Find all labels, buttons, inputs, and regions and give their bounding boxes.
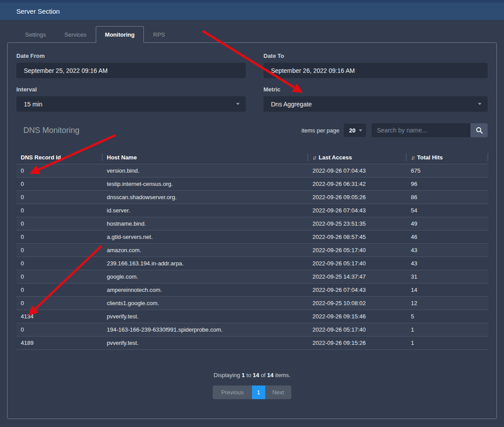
portlet-controls: items per page 20: [301, 123, 488, 137]
table-row: 0 amazon.com. 2022-09-26 05:17:40 43: [16, 243, 488, 257]
cell-dns-record-id: 0: [16, 191, 102, 204]
cell-dns-record-id: 4189: [16, 336, 102, 349]
cell-host-name: google.com.: [102, 270, 308, 283]
cell-last-access: 2022-09-26 09:15:26: [308, 336, 406, 349]
caret-down-icon: [236, 103, 240, 105]
cell-dns-record-id: 0: [16, 204, 102, 217]
cell-total-hits: 46: [406, 231, 488, 243]
search-icon: [475, 126, 483, 134]
cell-last-access: 2022-09-25 23:51:35: [308, 217, 406, 230]
cell-dns-record-id: 0: [16, 178, 102, 190]
cell-total-hits: 675: [406, 164, 488, 177]
cell-total-hits: 43: [406, 257, 488, 270]
cell-last-access: 2022-09-26 09:15:46: [308, 310, 406, 323]
tab-settings[interactable]: Settings: [16, 26, 55, 43]
interval-select[interactable]: 15 min: [16, 96, 246, 112]
cell-total-hits: 12: [406, 297, 488, 310]
cell-last-access: 2022-09-26 07:04:43: [308, 283, 406, 296]
date-to-field-group: Date To September 26, 2022 09:16 AM: [263, 53, 488, 78]
table-row: 0 id.server. 2022-09-26 07:04:43 54: [16, 204, 488, 217]
date-from-label: Date From: [16, 53, 246, 59]
cell-last-access: 2022-09-26 08:57:45: [308, 231, 406, 243]
table-row: 4134 pvverify.test. 2022-09-26 09:15:46 …: [16, 310, 488, 323]
cell-host-name: ampereinnotech.com.: [102, 283, 308, 296]
cell-host-name: 239.166.163.194.in-addr.arpa.: [102, 257, 308, 270]
interval-field-group: Interval 15 min: [16, 86, 246, 112]
cell-dns-record-id: 0: [16, 257, 102, 270]
date-from-field-group: Date From September 25, 2022 09:16 AM: [16, 53, 246, 78]
tab-rps[interactable]: RPS: [144, 26, 174, 43]
table-header-row: DNS Record Id Host Name ↓↑ Last Access ↓…: [16, 151, 488, 164]
table-row: 0 clients1.google.com. 2022-09-25 10:08:…: [16, 296, 488, 310]
monitoring-panel: Date From September 25, 2022 09:16 AM Da…: [7, 42, 497, 419]
cell-total-hits: 5: [406, 310, 488, 323]
cell-last-access: 2022-09-25 14:37:47: [308, 270, 406, 283]
sort-icon: ↓↑: [411, 154, 414, 161]
interval-label: Interval: [16, 86, 246, 93]
filters-form: Date From September 25, 2022 09:16 AM Da…: [16, 53, 488, 112]
caret-down-icon: [359, 129, 362, 132]
search-button[interactable]: [470, 123, 488, 137]
table-row: 0 testip.internet-census.org. 2022-09-26…: [16, 177, 488, 190]
column-header-last-access[interactable]: ↓↑ Last Access: [308, 151, 406, 164]
table-row: 0 version.bind. 2022-09-26 07:04:43 675: [16, 164, 488, 177]
items-per-page-value: 20: [349, 127, 355, 134]
cell-total-hits: 49: [406, 217, 488, 230]
page-1-button[interactable]: 1: [252, 385, 265, 399]
date-to-input[interactable]: September 26, 2022 09:16 AM: [263, 63, 488, 78]
cell-host-name: testip.internet-census.org.: [102, 178, 308, 190]
cell-host-name: a.gtld-servers.net.: [102, 231, 308, 243]
cell-last-access: 2022-09-26 05:17:40: [308, 257, 406, 270]
cell-total-hits: 43: [406, 244, 488, 257]
table-row: 0 239.166.163.194.in-addr.arpa. 2022-09-…: [16, 257, 488, 270]
search-input[interactable]: [372, 123, 470, 137]
cell-host-name: hostname.bind.: [102, 217, 308, 230]
portlet-title: DNS Monitoring: [16, 126, 79, 135]
cell-dns-record-id: 0: [16, 297, 102, 310]
column-header-total-hits[interactable]: ↓↑ Total Hits: [406, 151, 488, 164]
page-title: Server Section: [16, 8, 60, 15]
previous-page-button[interactable]: Previous: [213, 385, 252, 399]
next-page-button[interactable]: Next: [265, 385, 291, 399]
cell-total-hits: 1: [406, 336, 488, 349]
cell-dns-record-id: 0: [16, 217, 102, 230]
cell-last-access: 2022-09-26 07:04:43: [308, 204, 406, 217]
pagination-group: Previous 1 Next: [213, 385, 291, 399]
cell-host-name: id.server.: [102, 204, 308, 217]
cell-dns-record-id: 0: [16, 244, 102, 257]
cell-last-access: 2022-09-25 10:08:02: [308, 297, 406, 310]
table-row: 0 google.com. 2022-09-25 14:37:47 31: [16, 270, 488, 283]
cell-total-hits: 54: [406, 204, 488, 217]
date-to-value: September 26, 2022 09:16 AM: [271, 67, 355, 74]
cell-host-name: amazon.com.: [102, 244, 308, 257]
cell-host-name: clients1.google.com.: [102, 297, 308, 310]
tab-monitoring[interactable]: Monitoring: [96, 26, 144, 43]
cell-last-access: 2022-09-26 05:17:40: [308, 244, 406, 257]
metric-field-group: Metric Dns Aggregate: [263, 86, 488, 112]
cell-total-hits: 86: [406, 191, 488, 204]
date-from-value: September 25, 2022 09:16 AM: [24, 67, 108, 74]
date-from-input[interactable]: September 25, 2022 09:16 AM: [16, 63, 246, 78]
metric-label: Metric: [263, 86, 488, 93]
table-body: 0 version.bind. 2022-09-26 07:04:43 675 …: [16, 164, 488, 350]
caret-down-icon: [478, 103, 481, 105]
column-header-dns-record-id: DNS Record Id: [16, 151, 102, 164]
cell-last-access: 2022-09-26 05:17:40: [308, 323, 406, 336]
cell-host-name: 194-163-166-239-6330f991.spiderprobe.com…: [102, 323, 308, 336]
cell-dns-record-id: 0: [16, 270, 102, 283]
cell-host-name: dnsscan.shadowserver.org.: [102, 191, 308, 204]
table-row: 4189 pvverify.test. 2022-09-26 09:15:26 …: [16, 336, 488, 349]
cell-dns-record-id: 0: [16, 231, 102, 243]
cell-dns-record-id: 0: [16, 323, 102, 336]
display-summary: Displaying 1 to 14 of 14 items.: [16, 372, 488, 378]
tab-services[interactable]: Services: [55, 26, 96, 43]
items-per-page-select[interactable]: 20: [344, 124, 366, 137]
cell-last-access: 2022-09-26 06:31:42: [308, 178, 406, 190]
portlet-header: DNS Monitoring items per page 20: [16, 123, 488, 137]
table-row: 0 a.gtld-servers.net. 2022-09-26 08:57:4…: [16, 230, 488, 243]
cell-total-hits: 14: [406, 283, 488, 296]
metric-value: Dns Aggregate: [271, 101, 312, 108]
window-title-bar: Server Section: [0, 0, 504, 20]
metric-select[interactable]: Dns Aggregate: [263, 96, 488, 112]
cell-total-hits: 1: [406, 323, 488, 336]
